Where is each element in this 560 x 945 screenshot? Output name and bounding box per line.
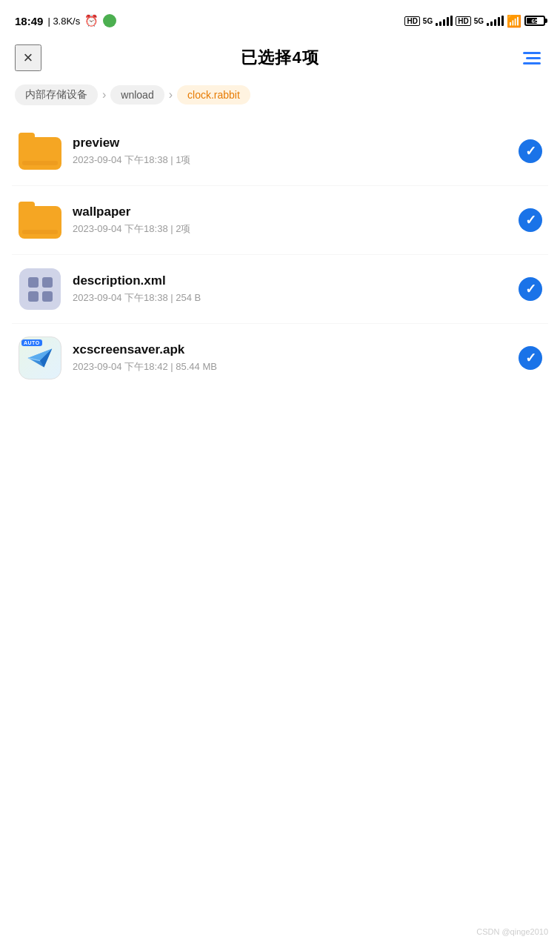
apk-icon: AUTO bbox=[18, 336, 62, 380]
file-meta-preview: 2023-09-04 下午18:38 | 1项 bbox=[73, 153, 508, 167]
breadcrumb-item-clock-rabbit[interactable]: clock.rabbit bbox=[177, 85, 250, 105]
hd-badge-2: HD bbox=[456, 16, 470, 26]
watermark: CSDN @qinge2010 bbox=[476, 927, 548, 936]
status-speed: | 3.8K/s bbox=[47, 16, 80, 27]
5g-badge: 5G bbox=[423, 17, 433, 25]
file-name-description-xml: description.xml bbox=[73, 273, 508, 288]
file-info-xcscreensaver-apk: xcscreensaver.apk 2023-09-04 下午18:42 | 8… bbox=[73, 342, 508, 374]
file-name-wallpaper: wallpaper bbox=[73, 205, 508, 219]
alarm-icon: ⏰ bbox=[84, 14, 99, 27]
checkmark-preview: ✓ bbox=[525, 145, 536, 158]
breadcrumb-arrow-2: › bbox=[169, 88, 173, 102]
folder-icon-preview bbox=[18, 129, 62, 173]
status-left: 18:49 | 3.8K/s ⏰ bbox=[15, 14, 116, 27]
5g-badge-2: 5G bbox=[474, 17, 484, 25]
breadcrumb-arrow-1: › bbox=[102, 88, 106, 102]
checkmark-xcscreensaver-apk: ✓ bbox=[525, 351, 536, 365]
folder-icon-wallpaper bbox=[18, 198, 62, 242]
checkmark-description-xml: ✓ bbox=[525, 282, 536, 296]
battery-icon: 65 bbox=[524, 16, 545, 26]
breadcrumb-item-internal[interactable]: 内部存储设备 bbox=[15, 84, 98, 105]
file-info-description-xml: description.xml 2023-09-04 下午18:38 | 254… bbox=[73, 273, 508, 305]
file-item-wallpaper[interactable]: wallpaper 2023-09-04 下午18:38 | 2项 ✓ bbox=[12, 186, 548, 255]
checkbox-xcscreensaver-apk[interactable]: ✓ bbox=[519, 346, 542, 370]
file-name-xcscreensaver-apk: xcscreensaver.apk bbox=[73, 342, 508, 357]
status-bar: 18:49 | 3.8K/s ⏰ HD 5G HD 5G 📶 bbox=[0, 0, 560, 39]
checkbox-wallpaper[interactable]: ✓ bbox=[519, 208, 542, 232]
status-right-icons: HD 5G HD 5G 📶 65 bbox=[404, 14, 545, 28]
file-info-wallpaper: wallpaper 2023-09-04 下午18:38 | 2项 bbox=[73, 205, 508, 236]
menu-button[interactable] bbox=[519, 44, 545, 71]
paper-plane-icon bbox=[27, 345, 53, 371]
page-title: 已选择4项 bbox=[241, 47, 319, 69]
breadcrumb-item-download[interactable]: wnload bbox=[110, 85, 164, 105]
signal-bars-2 bbox=[487, 16, 504, 26]
file-meta-wallpaper: 2023-09-04 下午18:38 | 2项 bbox=[73, 222, 508, 236]
menu-lines-icon bbox=[523, 52, 541, 64]
top-nav: × 已选择4项 bbox=[0, 39, 560, 80]
hd-badge: HD bbox=[404, 16, 419, 26]
file-name-preview: preview bbox=[73, 136, 508, 150]
file-item-description-xml[interactable]: description.xml 2023-09-04 下午18:38 | 254… bbox=[12, 255, 548, 324]
wifi-icon: 📶 bbox=[507, 14, 521, 28]
file-item-xcscreensaver-apk[interactable]: AUTO xcscreensaver.apk bbox=[12, 324, 548, 392]
file-meta-description-xml: 2023-09-04 下午18:38 | 254 B bbox=[73, 291, 508, 305]
checkmark-wallpaper: ✓ bbox=[525, 213, 536, 227]
checkbox-preview[interactable]: ✓ bbox=[519, 139, 542, 163]
close-button[interactable]: × bbox=[15, 44, 41, 71]
file-meta-xcscreensaver-apk: 2023-09-04 下午18:42 | 85.44 MB bbox=[73, 360, 508, 374]
file-list: preview 2023-09-04 下午18:38 | 1项 ✓ wallpa… bbox=[0, 117, 560, 392]
breadcrumb: 内部存储设备 › wnload › clock.rabbit bbox=[0, 80, 560, 117]
notification-icon bbox=[103, 14, 116, 27]
file-item-preview[interactable]: preview 2023-09-04 下午18:38 | 1项 ✓ bbox=[12, 117, 548, 186]
checkbox-description-xml[interactable]: ✓ bbox=[519, 277, 542, 301]
signal-bars-1 bbox=[436, 16, 453, 26]
auto-badge: AUTO bbox=[21, 339, 42, 346]
file-info-preview: preview 2023-09-04 下午18:38 | 1项 bbox=[73, 136, 508, 167]
xml-icon bbox=[18, 267, 62, 311]
status-time: 18:49 bbox=[15, 15, 43, 27]
